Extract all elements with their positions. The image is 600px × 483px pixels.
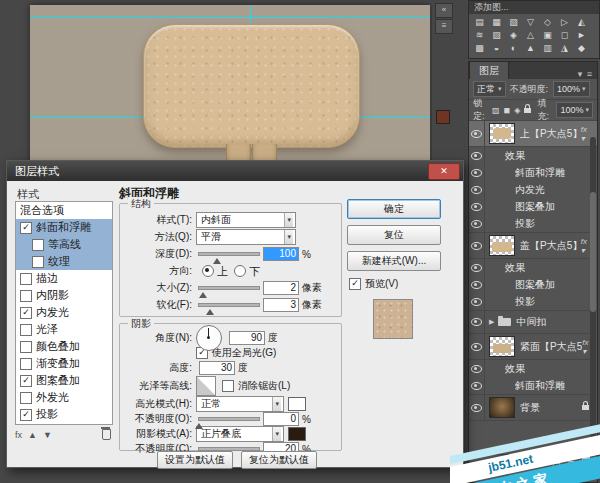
reset-button[interactable]: 复位 <box>347 225 441 245</box>
layer-row[interactable]: ▶ 盖【P大点5】 fx ▾ <box>469 232 597 259</box>
expand-arrow-icon[interactable]: ▶ <box>489 318 494 326</box>
preset-icon[interactable]: ▷ <box>556 16 573 29</box>
preset-icon[interactable]: ► <box>573 29 590 42</box>
shadow-color-swatch[interactable] <box>288 427 306 441</box>
lock-all-icon[interactable] <box>524 108 531 113</box>
tab-layers[interactable]: 图层 <box>469 61 509 79</box>
style-item[interactable]: ✓ 描边 <box>16 270 112 287</box>
size-input[interactable]: 2 <box>263 281 299 295</box>
layer-row[interactable]: ▶ 斜面和浮雕 fx ▾ <box>469 164 597 181</box>
panel-menu-icon[interactable]: ▾ ≡ <box>578 69 597 79</box>
layer-row[interactable]: ▶ 图案叠加 fx ▾ <box>469 276 597 293</box>
preset-icon[interactable]: ▲ <box>522 42 539 55</box>
move-up-icon[interactable]: ▲ <box>28 430 37 440</box>
preset-icon[interactable]: ▽ <box>522 16 539 29</box>
layer-row[interactable]: ▶ 紧面【P大点5】 fx ▾ <box>469 333 597 360</box>
layer-name[interactable]: 效果 <box>505 149 525 163</box>
layer-name[interactable]: 盖【P大点5】 <box>520 239 581 253</box>
eye-icon[interactable] <box>471 220 482 228</box>
preset-icon[interactable]: ▨ <box>488 29 505 42</box>
eye-icon[interactable] <box>471 382 482 390</box>
style-item[interactable]: ✓ 图案叠加 <box>16 372 112 389</box>
close-icon[interactable]: ✕ <box>428 163 460 180</box>
blend-mode-select[interactable]: 正常▾ <box>473 81 506 97</box>
direction-down-radio[interactable] <box>234 265 246 277</box>
layer-row[interactable]: ▶ 效果 fx ▾ <box>469 360 597 377</box>
preset-icon[interactable]: ◐ <box>505 42 522 55</box>
depth-input[interactable]: 100 <box>263 247 299 261</box>
delete-effect-icon[interactable] <box>102 429 111 440</box>
new-style-button[interactable]: 新建样式(W)... <box>347 251 441 271</box>
preset-icon[interactable]: ▧ <box>505 16 522 29</box>
preset-icon[interactable]: ▣ <box>539 29 556 42</box>
direction-up-radio[interactable] <box>202 265 214 277</box>
soften-slider[interactable] <box>198 299 260 311</box>
panel-menu-button[interactable]: ≡ <box>435 19 453 34</box>
style-item[interactable]: ✓ 光泽 <box>16 321 112 338</box>
layer-row[interactable]: ▶ 效果 fx ▾ <box>469 147 597 164</box>
layer-name[interactable]: 斜面和浮雕 <box>515 166 565 180</box>
style-checkbox[interactable]: ✓ <box>20 358 32 370</box>
scrollbar-thumb[interactable] <box>590 192 596 312</box>
dialog-titlebar[interactable]: 图层样式 ✕ <box>7 161 463 181</box>
preset-icon[interactable]: △ <box>522 29 539 42</box>
layer-name[interactable]: 内发光 <box>515 183 545 197</box>
preset-icon[interactable]: ▤ <box>471 16 488 29</box>
eye-icon[interactable] <box>471 281 482 289</box>
highlight-opacity-slider[interactable] <box>198 413 260 425</box>
set-default-button[interactable]: 设置为默认值 <box>157 451 233 469</box>
layer-row[interactable]: ▶ 斜面和浮雕 fx ▾ <box>469 377 597 394</box>
lock-pixels-icon[interactable]: ◼ <box>504 106 511 115</box>
preset-icon[interactable]: ▦ <box>488 16 505 29</box>
preset-icon[interactable]: ≋ <box>471 29 488 42</box>
shadow-mode-select[interactable]: 正片叠底▾ <box>196 426 284 442</box>
style-item[interactable]: ✓ 颜色叠加 <box>16 338 112 355</box>
preset-icon[interactable]: ◻ <box>556 29 573 42</box>
style-item[interactable]: ✓ 内阴影 <box>16 287 112 304</box>
style-item[interactable]: ✓ 斜面和浮雕 <box>16 219 112 236</box>
technique-select[interactable]: 平滑▾ <box>196 229 296 245</box>
layer-thumbnail[interactable] <box>489 235 515 256</box>
style-checkbox[interactable]: ✓ <box>32 256 44 268</box>
eye-icon[interactable] <box>471 130 482 138</box>
layer-row[interactable]: ▶ 投影 fx ▾ <box>469 215 597 232</box>
altitude-input[interactable]: 30 <box>199 361 235 375</box>
preset-icon[interactable]: ◆ <box>573 42 590 55</box>
highlight-opacity-input[interactable]: 0 <box>263 412 299 426</box>
eye-icon[interactable] <box>471 186 482 194</box>
highlight-color-swatch[interactable] <box>288 397 306 411</box>
preset-icon[interactable]: ▥ <box>539 42 556 55</box>
layer-thumbnail[interactable] <box>489 123 515 144</box>
soften-input[interactable]: 3 <box>263 298 299 312</box>
ok-button[interactable]: 确定 <box>347 199 441 219</box>
style-checkbox[interactable]: ✓ <box>20 392 32 404</box>
eye-icon[interactable] <box>471 203 482 211</box>
eye-icon[interactable] <box>471 318 482 326</box>
layer-row[interactable]: ▶ 效果 fx ▾ <box>469 259 597 276</box>
move-down-icon[interactable]: ▼ <box>43 430 52 440</box>
layer-thumbnail[interactable] <box>489 336 515 357</box>
antialias-checkbox[interactable] <box>222 380 234 392</box>
eye-icon[interactable] <box>471 264 482 272</box>
layer-row[interactable]: ▶ 中间扣 fx ▾ <box>469 310 597 333</box>
preset-icon[interactable]: ◮ <box>556 42 573 55</box>
layer-name[interactable]: 斜面和浮雕 <box>515 379 565 393</box>
style-checkbox[interactable]: ✓ <box>32 239 44 251</box>
color-swatch-icon[interactable] <box>436 110 450 124</box>
eye-icon[interactable] <box>471 169 482 177</box>
lock-transparency-icon[interactable]: ▨ <box>492 106 500 115</box>
layer-row[interactable]: ▶ 内发光 fx ▾ <box>469 181 597 198</box>
reset-default-button[interactable]: 复位为默认值 <box>241 451 317 469</box>
style-checkbox[interactable]: ✓ <box>20 290 32 302</box>
preset-icon[interactable]: ◭ <box>573 16 590 29</box>
style-item[interactable]: ✓ 渐变叠加 <box>16 355 112 372</box>
gloss-contour-picker[interactable] <box>196 376 216 396</box>
style-checkbox[interactable]: ✓ <box>20 324 32 336</box>
style-checkbox[interactable]: ✓ <box>20 273 32 285</box>
opacity-value[interactable]: 100%▾ <box>553 81 590 97</box>
layer-row[interactable]: ▶ 投影 fx ▾ <box>469 293 597 310</box>
preset-icon[interactable]: ▩ <box>471 42 488 55</box>
fill-value[interactable]: 100%▾ <box>556 102 593 118</box>
size-slider[interactable] <box>198 282 260 294</box>
layer-row[interactable]: ▶ 上【P大点5】 fx ▾ <box>469 120 597 147</box>
